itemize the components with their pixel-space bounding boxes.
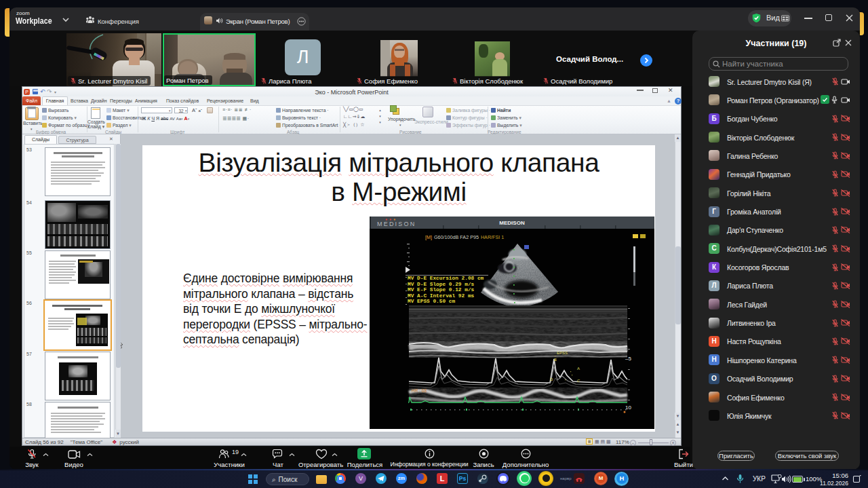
- svg-text:D: D: [550, 377, 553, 381]
- svg-text:10: 10: [625, 405, 631, 411]
- svg-text:MV D-E Slope 0.29 m/s: MV D-E Slope 0.29 m/s: [408, 282, 475, 287]
- svg-text:HR : 68: HR : 68: [412, 388, 427, 393]
- svg-text:MV E-F Slope 0.12 m/s: MV E-F Slope 0.12 m/s: [408, 287, 475, 293]
- svg-text:EPSS: EPSS: [557, 351, 568, 355]
- svg-text:–5: –5: [625, 356, 631, 362]
- svg-text:MEDISON: MEDISON: [377, 221, 416, 227]
- svg-text:MEDISON: MEDISON: [499, 220, 525, 226]
- svg-text:MV A-C Interval 92 ms: MV A-C Interval 92 ms: [408, 293, 475, 299]
- svg-text:C: C: [577, 379, 580, 383]
- svg-text:[M]G60/100dB FA2 P95HAR/FSI 1: [M]G60/100dB FA2 P95HAR/FSI 1: [425, 234, 504, 240]
- svg-text:MV D-E Excursion 2.08 cm: MV D-E Excursion 2.08 cm: [408, 276, 484, 281]
- svg-text:MV EPSS 0.50 cm: MV EPSS 0.50 cm: [408, 299, 456, 304]
- svg-text:A: A: [577, 367, 580, 371]
